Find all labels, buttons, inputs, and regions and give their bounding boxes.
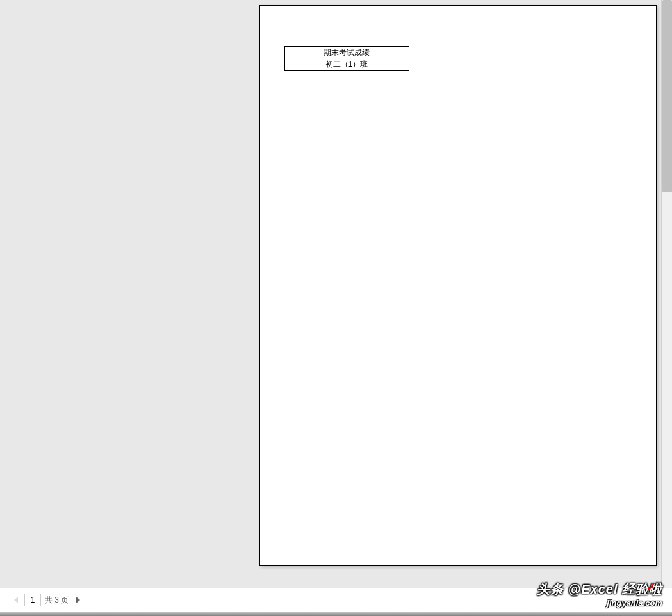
next-page-button[interactable] xyxy=(75,597,81,603)
watermark-checkmark-icon: ✓ xyxy=(646,580,656,594)
scroll-thumb[interactable] xyxy=(662,0,672,192)
title-row-1: 期末考试成绩 xyxy=(285,47,409,58)
watermark-text: 头条 @Excel 经验啦 xyxy=(537,581,662,598)
bottom-border-gradient xyxy=(0,612,672,616)
title-row-2: 初二（1）班 xyxy=(285,58,409,70)
table-content-box: 期末考试成绩 初二（1）班 xyxy=(284,46,409,71)
print-preview-area: 期末考试成绩 初二（1）班 xyxy=(0,0,672,588)
page-number-input[interactable] xyxy=(24,594,41,606)
chevron-left-icon xyxy=(14,597,18,603)
watermark-url: jingyanla.com xyxy=(607,598,662,608)
preview-page: 期末考试成绩 初二（1）班 xyxy=(259,5,657,566)
chevron-right-icon xyxy=(76,597,80,603)
page-total-label: 共 3 页 xyxy=(45,595,69,606)
vertical-scrollbar[interactable] xyxy=(661,0,672,588)
prev-page-button[interactable] xyxy=(13,597,19,603)
